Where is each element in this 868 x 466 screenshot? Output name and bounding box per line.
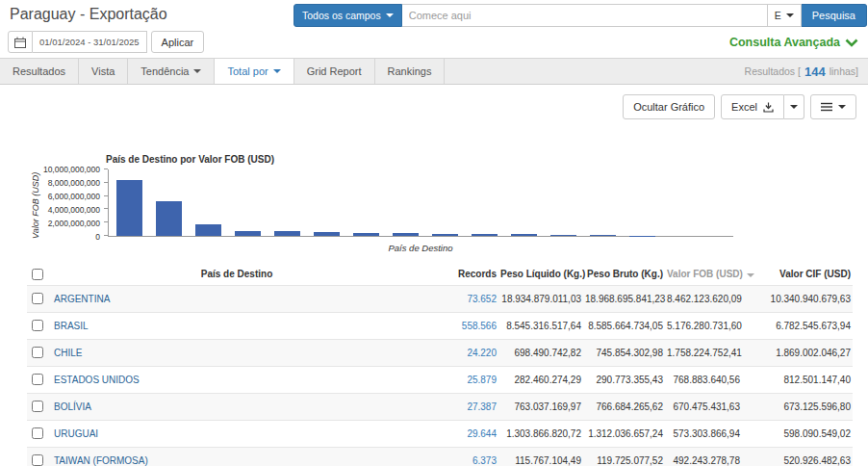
- column-header-valor-fob[interactable]: Valor FOB (USD): [665, 264, 742, 285]
- select-all-cell: [27, 264, 52, 285]
- tab-grid-report[interactable]: Grid Report: [294, 59, 375, 84]
- country-link[interactable]: URUGUAI: [52, 420, 421, 447]
- column-header-peso-liquido[interactable]: Peso Líquido (Kg.): [498, 264, 583, 285]
- y-tick-label: 4,000,000,000: [48, 205, 100, 215]
- results-prefix: Resultados [: [745, 65, 801, 77]
- chart-bar: [550, 235, 576, 236]
- tab-label: Vista: [91, 65, 115, 77]
- records-link[interactable]: 558.566: [421, 312, 498, 339]
- table-row: ESTADOS UNIDOS25.879282.460.274,29290.77…: [27, 366, 853, 393]
- chart-bar: [393, 233, 419, 236]
- chart-section: País de Destino por Valor FOB (USD) Valo…: [0, 154, 868, 254]
- fields-dropdown-label: Todos os campos: [302, 10, 381, 21]
- valor-cif-value: 673.125.596,80: [742, 393, 853, 420]
- search-bar: Todos os campos E Pesquisa: [294, 4, 867, 27]
- row-checkbox[interactable]: [32, 320, 43, 331]
- apply-button[interactable]: Aplicar: [151, 31, 205, 53]
- hide-chart-button[interactable]: Ocultar Gráfico: [623, 94, 715, 119]
- table-header-row: País de Destino Records Peso Líquido (Kg…: [27, 264, 853, 285]
- excel-options-dropdown[interactable]: [784, 94, 804, 119]
- records-link[interactable]: 29.644: [421, 420, 498, 447]
- y-tick-label: 10,000,000,000: [43, 165, 100, 174]
- valor-cif-value: 1.869.002.046,27: [742, 339, 853, 366]
- columns-menu-button[interactable]: [810, 94, 856, 119]
- country-link[interactable]: BOLÍVIA: [52, 393, 421, 420]
- column-header-valor-cif[interactable]: Valor CIF (USD): [742, 264, 853, 285]
- search-button[interactable]: Pesquisa: [802, 4, 867, 27]
- chart-bar: [195, 224, 221, 236]
- tab-tend-ncia[interactable]: Tendência: [128, 59, 215, 84]
- calendar-button[interactable]: [8, 31, 33, 53]
- country-link[interactable]: ARGENTINA: [52, 285, 421, 312]
- chart-x-axis-label: País de Destino: [108, 243, 733, 253]
- table-row: TAIWAN (FORMOSA)6.373115.767.104,49119.7…: [27, 447, 853, 466]
- y-tick-mark: [104, 168, 108, 169]
- menu-icon: [821, 102, 832, 112]
- table-row: BOLÍVIA27.387763.037.169,97766.684.265,6…: [27, 393, 853, 420]
- y-tick-label: 0: [95, 232, 100, 242]
- chart-bar: [353, 233, 379, 236]
- column-header-country[interactable]: País de Destino: [52, 264, 421, 285]
- operator-dropdown[interactable]: E: [768, 4, 802, 27]
- results-count: 144: [804, 65, 826, 79]
- chevron-down-icon: [386, 13, 394, 17]
- excel-export-button[interactable]: Excel: [721, 94, 784, 119]
- tab-label: Tendência: [140, 65, 189, 77]
- country-link[interactable]: BRASIL: [52, 312, 421, 339]
- tab-total-por[interactable]: Total por: [215, 59, 294, 84]
- advanced-search-link[interactable]: Consulta Avançada: [729, 36, 858, 49]
- y-tick-mark: [104, 221, 108, 222]
- peso-liquido-value: 115.767.104,49: [498, 447, 583, 466]
- chart-bar: [590, 235, 616, 236]
- records-link[interactable]: 24.220: [421, 339, 498, 366]
- peso-bruto-value: 290.773.355,43: [583, 366, 665, 393]
- country-link[interactable]: TAIWAN (FORMOSA): [52, 447, 421, 466]
- row-checkbox-cell: [27, 420, 52, 447]
- column-header-peso-bruto[interactable]: Peso Bruto (Kg.): [583, 264, 665, 285]
- row-checkbox[interactable]: [32, 347, 43, 358]
- country-link[interactable]: CHILE: [52, 339, 421, 366]
- chart-bar: [432, 234, 458, 236]
- valor-fob-value: 8.462.123.620,09: [665, 285, 742, 312]
- y-tick-label: 6,000,000,000: [48, 192, 100, 201]
- y-tick-mark: [104, 182, 108, 183]
- chevron-down-icon: [786, 13, 794, 17]
- fields-dropdown[interactable]: Todos os campos: [294, 4, 402, 27]
- tab-label: Grid Report: [307, 65, 362, 77]
- table-row: URUGUAI29.6441.303.866.820,721.312.036.6…: [27, 420, 853, 447]
- row-checkbox[interactable]: [32, 401, 43, 412]
- results-table: País de Destino Records Peso Líquido (Kg…: [27, 264, 853, 466]
- peso-liquido-value: 8.545.316.517,64: [498, 312, 583, 339]
- records-link[interactable]: 6.373: [421, 447, 498, 466]
- valor-fob-value: 492.243.278,78: [665, 447, 742, 466]
- peso-bruto-value: 119.725.077,52: [583, 447, 665, 466]
- records-link[interactable]: 73.652: [421, 285, 498, 312]
- valor-cif-value: 520.926.482,63: [742, 447, 853, 466]
- valor-fob-value: 670.475.431,63: [665, 393, 742, 420]
- chevron-down-icon: [193, 69, 201, 73]
- tab-label: Rankings: [388, 65, 432, 77]
- peso-bruto-value: 1.312.036.657,24: [583, 420, 665, 447]
- select-all-checkbox[interactable]: [32, 269, 43, 280]
- valor-fob-value: 1.758.224.752,41: [665, 339, 742, 366]
- records-link[interactable]: 25.879: [421, 366, 498, 393]
- tab-vista[interactable]: Vista: [79, 59, 128, 84]
- row-checkbox[interactable]: [32, 293, 43, 304]
- tab-label: Total por: [227, 65, 268, 77]
- valor-fob-value: 5.176.280.731,60: [665, 312, 742, 339]
- search-input[interactable]: [402, 4, 768, 27]
- chart-bar: [511, 234, 537, 236]
- row-checkbox[interactable]: [32, 374, 43, 385]
- date-filter-group: 01/01/2024 - 31/01/2025 Aplicar: [8, 31, 204, 53]
- date-range-input[interactable]: 01/01/2024 - 31/01/2025: [33, 31, 147, 53]
- peso-liquido-value: 698.490.742,82: [498, 339, 583, 366]
- results-suffix: linhas]: [830, 65, 858, 77]
- records-link[interactable]: 27.387: [421, 393, 498, 420]
- country-link[interactable]: ESTADOS UNIDOS: [52, 366, 421, 393]
- chart-bar: [274, 231, 300, 236]
- row-checkbox[interactable]: [32, 427, 43, 439]
- tab-rankings[interactable]: Rankings: [375, 59, 446, 84]
- tab-resultados[interactable]: Resultados: [0, 59, 79, 84]
- column-header-records[interactable]: Records: [421, 264, 498, 285]
- row-checkbox[interactable]: [32, 454, 43, 466]
